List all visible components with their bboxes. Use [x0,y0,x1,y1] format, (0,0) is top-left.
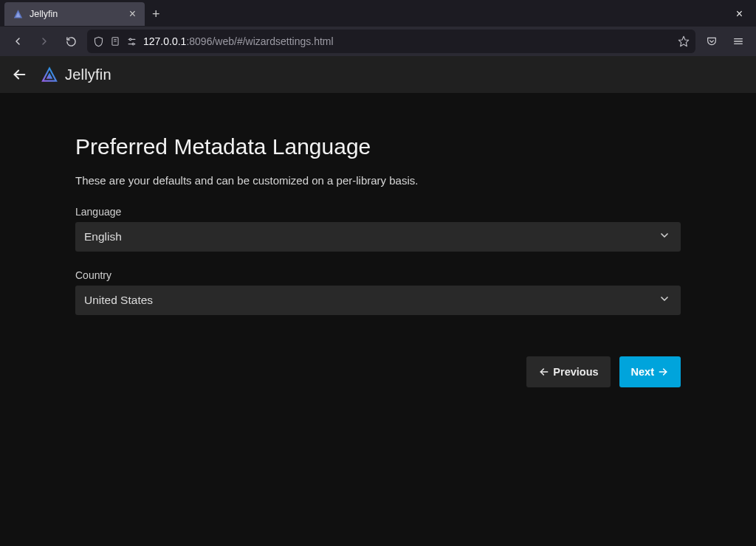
page-content: Preferred Metadata Language These are yo… [0,93,756,546]
tab-favicon-icon [12,8,24,20]
chevron-down-icon [659,293,670,308]
country-select[interactable]: United States [75,286,681,315]
page-subtitle: These are your defaults and can be custo… [75,174,681,187]
nav-back-button[interactable] [7,31,28,52]
svg-point-6 [132,43,134,45]
nav-reload-button[interactable] [61,31,81,52]
new-tab-button[interactable]: + [145,7,168,22]
arrow-right-icon [657,366,669,378]
address-bar[interactable]: 127.0.0.1:8096/web/#/wizardsettings.html [87,30,695,53]
window-close-icon[interactable]: × [727,7,752,21]
shield-icon[interactable] [93,36,104,47]
app-menu-icon[interactable] [728,31,749,52]
language-label: Language [75,206,681,218]
app-header: Jellyfin [0,56,756,93]
browser-chrome: Jellyfin × + × 127.0.0.1:8096/web [0,0,756,56]
tab-title: Jellyfin [30,9,122,19]
field-country: Country United States [75,269,681,315]
page-info-icon[interactable] [110,36,120,46]
arrow-left-icon [538,366,550,378]
tab-close-icon[interactable]: × [128,7,137,21]
address-url[interactable]: 127.0.0.1:8096/web/#/wizardsettings.html [143,35,672,47]
bookmark-icon[interactable] [678,35,690,47]
country-select-value: United States [84,294,153,307]
permissions-icon[interactable] [126,36,137,47]
field-language: Language English [75,206,681,252]
svg-point-4 [129,38,131,41]
app-logo-text: Jellyfin [65,66,111,83]
wizard-buttons: Previous Next [75,356,681,387]
wizard-container: Preferred Metadata Language These are yo… [75,134,681,387]
app-logo[interactable]: Jellyfin [40,65,111,84]
previous-button-label: Previous [553,366,598,378]
jellyfin-logo-icon [40,65,59,84]
next-button[interactable]: Next [619,356,681,387]
next-button-label: Next [631,366,654,378]
country-label: Country [75,269,681,281]
previous-button[interactable]: Previous [526,356,610,387]
language-select[interactable]: English [75,222,681,252]
pocket-icon[interactable] [701,31,722,52]
url-path: :8096/web/#/wizardsettings.html [186,35,333,47]
browser-toolbar: 127.0.0.1:8096/web/#/wizardsettings.html [0,27,756,56]
nav-forward-button[interactable] [34,31,55,52]
tab-bar: Jellyfin × + × [0,0,756,27]
browser-tab[interactable]: Jellyfin × [4,2,145,26]
chevron-down-icon [659,229,670,244]
page-title: Preferred Metadata Language [75,134,681,159]
svg-marker-7 [678,36,688,46]
back-button[interactable] [9,64,30,85]
url-host: 127.0.0.1 [143,35,186,47]
language-select-value: English [84,230,122,243]
